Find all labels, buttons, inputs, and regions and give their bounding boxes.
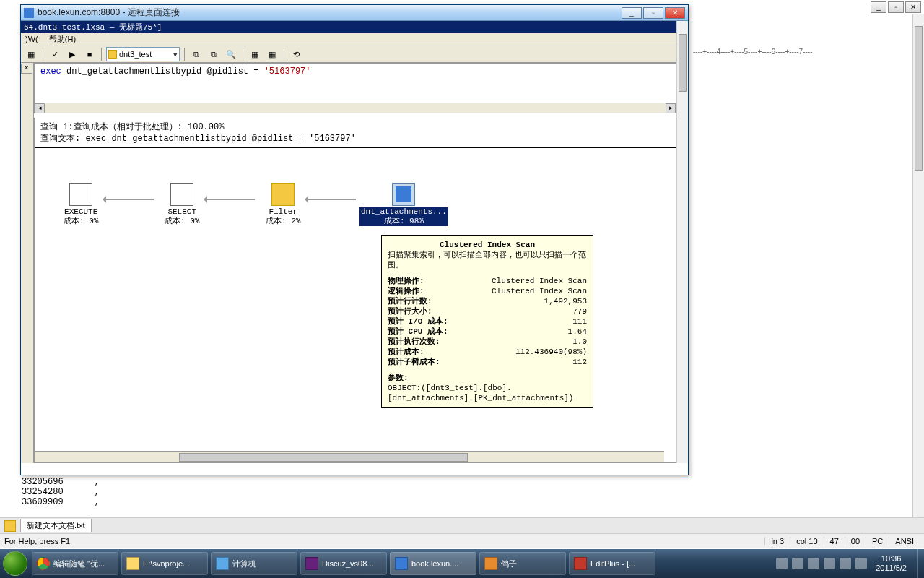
chrome-icon — [37, 557, 50, 570]
taskbar-item[interactable]: Discuz_vs08... — [300, 552, 387, 575]
tooltip-row: 物理操作:Clustered Index Scan — [388, 276, 587, 286]
plan-node-select[interactable]: SELECT 成本: 0% — [165, 183, 199, 226]
tooltip-row: 预计 I/O 成本:111 — [388, 316, 587, 327]
rdp-body: 64.dnt3_test.lxsa — 无标题75*] )W( 帮助(H) ▦ … — [21, 21, 688, 475]
tooltip-row-value: Clustered Index Scan — [424, 286, 587, 296]
sql-editor-text[interactable]: exec dnt_getattachmentlistbypid @pidlist… — [35, 64, 676, 79]
tooltip-row-value: Clustered Index Scan — [424, 276, 587, 286]
clustered-index-scan-icon — [392, 183, 415, 206]
host-maximize-button[interactable]: ▫ — [888, 1, 904, 13]
toolbar-stop-button[interactable]: ■ — [82, 47, 97, 61]
node-cost: 成本: 0% — [165, 217, 199, 226]
taskbar-item-label: Discuz_vs08... — [322, 559, 374, 568]
plan-arrow — [103, 199, 154, 200]
plan-node-execute[interactable]: EXECUTE 成本: 0% — [64, 183, 98, 226]
taskbar-clock[interactable]: 10:36 2011/5/2 — [871, 554, 911, 573]
toolbar-parse-button[interactable]: ✓ — [48, 47, 62, 61]
tray-icon[interactable] — [792, 558, 803, 569]
rdp-title: book.lexun.com:8800 - 远程桌面连接 — [38, 7, 622, 19]
windows-orb-icon — [3, 551, 27, 576]
rdp-close-button[interactable]: ✕ — [665, 7, 685, 19]
scroll-right-button[interactable]: ▸ — [666, 103, 676, 113]
plan-canvas[interactable]: EXECUTE 成本: 0% SELECT 成本: 0% Filter — [35, 148, 676, 408]
toolbar-save-button[interactable]: ▦ — [24, 47, 38, 61]
file-icon — [4, 520, 16, 532]
toolbar-button[interactable]: ⧉ — [189, 47, 204, 61]
tray-icon[interactable] — [776, 558, 788, 569]
menu-help[interactable]: 帮助(H) — [49, 35, 76, 43]
rdp-window-controls: _ ▫ ✕ — [622, 7, 685, 19]
tooltip-row-value: 1,492,953 — [432, 296, 587, 306]
tooltip-row-key: 预计行计数: — [388, 296, 432, 306]
tooltip-row-key: 预计行大小: — [388, 306, 432, 316]
show-desktop-button[interactable] — [917, 549, 924, 578]
plan-node-filter[interactable]: Filter 成本: 2% — [266, 183, 300, 226]
scrollbar-thumb[interactable] — [679, 34, 687, 92]
execution-plan-pane: 查询 1:查询成本（相对于批处理）: 100.00% 查询文本: exec dn… — [34, 118, 676, 463]
taskbar-item[interactable]: 计算机 — [211, 552, 297, 575]
editor-status-bar: For Help, press F1 ln 3 col 10 47 00 PC … — [0, 533, 924, 548]
sql-editor-pane[interactable]: exec dnt_getattachmentlistbypid @pidlist… — [34, 63, 676, 113]
editor-scrollbar-vertical[interactable] — [912, 14, 924, 548]
windows-taskbar: 编辑随笔 "优...E:\svnproje...计算机Discuz_vs08..… — [0, 549, 924, 578]
taskbar-items: 编辑随笔 "优...E:\svnproje...计算机Discuz_vs08..… — [30, 552, 657, 575]
database-name: dnt3_test — [119, 50, 152, 59]
sql-main-area: exec dnt_getattachmentlistbypid @pidlist… — [34, 63, 676, 463]
tooltip-row-value: 112.436940(98%) — [424, 347, 587, 357]
taskbar-item[interactable]: EditPlus - [... — [569, 552, 655, 575]
toolbar-separator — [284, 48, 284, 61]
toolbar-separator — [184, 48, 185, 61]
taskbar-item[interactable]: book.lexun.... — [390, 552, 476, 575]
host-minimize-button[interactable]: _ — [871, 1, 886, 13]
tooltip-row-value: 1.0 — [440, 337, 587, 347]
tray-icon[interactable] — [808, 558, 819, 569]
rdp-scrollbar-vertical[interactable] — [676, 21, 688, 463]
scrollbar-thumb[interactable] — [179, 453, 468, 462]
toolbar-button[interactable]: ⧉ — [206, 47, 221, 61]
dove-icon — [484, 557, 497, 570]
execute-icon — [69, 183, 92, 206]
rdp-maximize-button[interactable]: ▫ — [643, 7, 663, 19]
sql-workspace: ✕ exec dnt_getattachmentlistbypid @pidli… — [21, 63, 676, 463]
editor-tab[interactable]: 新建文本文档.txt — [20, 519, 92, 532]
toolbar-button[interactable]: ▦ — [248, 47, 262, 61]
tray-network-icon[interactable] — [824, 558, 835, 569]
node-cost: 成本: 98% — [359, 217, 448, 226]
tooltip-description: 扫描聚集索引，可以扫描全部内容，也可以只扫描一个范围。 — [388, 250, 587, 270]
menu-window[interactable]: )W( — [25, 35, 38, 43]
host-window-controls: _ ▫ ✕ — [871, 1, 921, 13]
close-pane-button[interactable]: ✕ — [21, 64, 32, 74]
plan-scrollbar-horizontal[interactable] — [35, 451, 664, 462]
tooltip-row-key: 预计执行次数: — [388, 337, 440, 347]
toolbar-execute-button[interactable]: ▶ — [65, 47, 79, 61]
rdp-icon — [24, 8, 34, 18]
tray-flag-icon[interactable] — [855, 558, 867, 569]
status-line: ln 3 — [764, 537, 790, 545]
plan-query-line: 查询文本: exec dnt_getattachmentlistbypid @p… — [40, 133, 670, 144]
tooltip-row: 预计执行次数:1.0 — [388, 337, 587, 347]
toolbar-button[interactable]: ▦ — [265, 47, 279, 61]
chevron-down-icon: ▾ — [173, 50, 178, 59]
plan-node-scan[interactable]: dnt_attachments... 成本: 98% — [359, 183, 448, 226]
folder-icon — [126, 557, 139, 570]
tooltip-row-key: 物理操作: — [388, 276, 424, 286]
toolbar-button[interactable]: 🔍 — [224, 47, 238, 61]
tooltip-row-value: 779 — [432, 306, 587, 316]
rdp-minimize-button[interactable]: _ — [622, 7, 642, 19]
editor-scrollbar-horizontal[interactable]: ◂ ▸ — [35, 103, 676, 113]
toolbar-button[interactable]: ⟲ — [289, 47, 303, 61]
taskbar-item[interactable]: 编辑随笔 "优... — [32, 552, 118, 575]
tooltip-params-value: OBJECT:([dnt3_test].[dbo].[dnt_attachmen… — [388, 384, 573, 402]
taskbar-item[interactable]: E:\svnproje... — [121, 552, 208, 575]
tooltip-row: 预计 CPU 成本:1.64 — [388, 327, 587, 337]
scroll-left-button[interactable]: ◂ — [35, 103, 45, 113]
toolbar-separator — [243, 48, 243, 61]
database-icon — [108, 50, 117, 59]
rdp-titlebar[interactable]: book.lexun.com:8800 - 远程桌面连接 _ ▫ ✕ — [21, 5, 688, 21]
host-close-button[interactable]: ✕ — [905, 1, 921, 13]
tray-volume-icon[interactable] — [840, 558, 851, 569]
start-button[interactable] — [0, 549, 30, 578]
scrollbar-thumb[interactable] — [915, 26, 923, 171]
taskbar-item[interactable]: 鸽子 — [479, 552, 566, 575]
database-selector[interactable]: dnt3_test ▾ — [106, 47, 180, 61]
